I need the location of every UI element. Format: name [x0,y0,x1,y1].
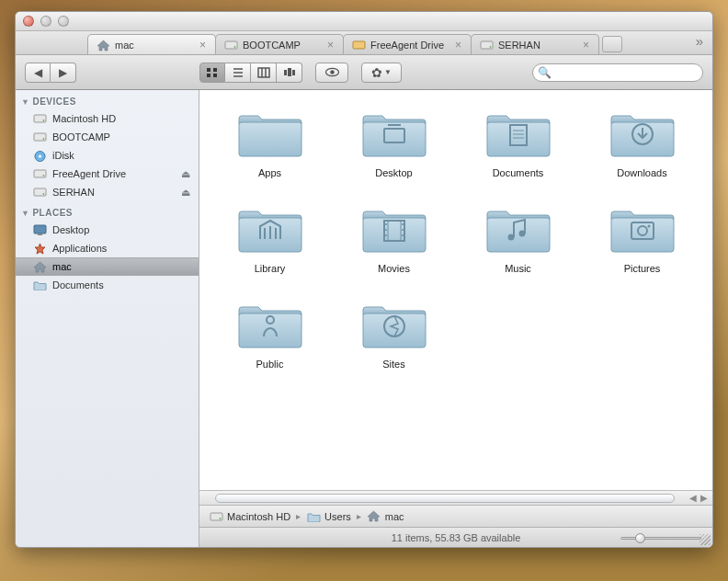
folder-label: Sites [382,359,404,370]
sidebar-item-desktop[interactable]: Desktop [16,221,199,239]
search-field-wrap: 🔍 [532,63,703,82]
sidebar-item-label: mac [52,261,72,272]
tab-close-button[interactable]: × [325,39,336,51]
sidebar-item-documents[interactable]: Documents [16,276,199,294]
eject-icon[interactable]: ⏏ [181,168,190,180]
view-switcher [199,63,302,83]
path-segment-users[interactable]: Users [306,510,351,523]
folder-public[interactable]: Public [212,298,327,370]
tab-close-button[interactable]: × [453,39,463,51]
list-view-button[interactable] [225,63,251,83]
sidebar-item-idisk[interactable]: iDisk [16,146,199,165]
resize-grip[interactable] [700,534,711,545]
sidebar-item-serhan[interactable]: SERHAN⏏ [16,183,199,201]
close-button[interactable] [23,16,34,27]
folder-music[interactable]: Music [461,202,575,274]
disclosure-triangle-icon: ▼ [21,97,29,107]
column-view-button[interactable] [251,63,277,83]
coverflow-view-button[interactable] [277,63,302,83]
horizontal-scrollbar[interactable]: ◀ ▶ [199,490,712,505]
svg-point-57 [402,223,404,225]
folder-sites[interactable]: Sites [336,298,451,370]
sidebar-item-label: Desktop [52,224,89,235]
svg-point-58 [402,229,404,231]
tab-close-button[interactable]: × [581,39,591,51]
scroll-left-arrow[interactable]: ◀ [688,493,699,504]
folder-apps[interactable]: Apps [212,107,327,178]
svg-rect-21 [34,115,46,122]
titlebar[interactable] [16,12,712,31]
icon-size-slider[interactable] [620,532,701,543]
folder-icon [32,279,47,291]
svg-rect-60 [487,218,550,252]
sidebar-section-devices[interactable]: ▼DEVICES [16,90,199,109]
hd-icon [32,112,47,125]
tab-label: FreeAgent Drive [370,40,444,51]
svg-point-61 [507,234,514,241]
svg-rect-50 [363,218,426,252]
tab-mac[interactable]: mac× [87,34,216,54]
tab-label: SERHAN [498,40,540,51]
new-tab-button[interactable] [602,36,622,52]
folder-documents[interactable]: Documents [461,107,575,178]
svg-point-72 [219,518,221,519]
quicklook-button[interactable] [315,63,348,83]
tabs-menu-button[interactable]: » [692,35,707,50]
folder-pictures[interactable]: Pictures [585,202,700,274]
icon-view-button[interactable] [199,63,225,83]
folder-label: Music [505,263,531,274]
svg-rect-32 [38,234,42,235]
folder-library[interactable]: Library [212,202,327,274]
back-button[interactable]: ◀ [25,63,51,83]
path-segment-mac[interactable]: mac [367,510,404,523]
svg-point-24 [42,138,44,140]
folder-icon [609,202,677,257]
folder-icon [484,107,552,162]
tab-freeagent-drive[interactable]: FreeAgent Drive× [343,34,472,54]
path-segment-macintosh-hd[interactable]: Macintosh HD [209,510,290,523]
sidebar-item-label: FreeAgent Drive [52,168,126,179]
tab-serhan[interactable]: SERHAN× [471,34,599,54]
sidebar-item-freeagent-drive[interactable]: FreeAgent Drive⏏ [16,165,199,183]
apps-icon [32,242,47,255]
tab-label: BOOTCAMP [243,40,301,51]
folder-desktop[interactable]: Desktop [336,107,451,178]
toolbar: ◀ ▶ ✿ ▼ 🔍 [16,55,712,90]
folder-icon [484,202,552,257]
folder-icon [236,107,304,162]
folder-downloads[interactable]: Downloads [585,107,700,178]
svg-point-5 [490,46,492,48]
tab-close-button[interactable]: × [198,39,208,51]
folder-movies[interactable]: Movies [336,202,451,274]
eject-icon[interactable]: ⏏ [181,187,190,199]
slider-knob[interactable] [635,533,645,543]
minimize-button[interactable] [40,16,51,27]
scroll-right-arrow[interactable]: ▶ [699,493,710,504]
tab-bootcamp[interactable]: BOOTCAMP× [215,34,344,54]
folder-icon [236,298,304,353]
icon-view[interactable]: AppsDesktopDocumentsDownloadsLibraryMovi… [199,90,712,490]
svg-rect-71 [210,513,222,520]
sidebar-section-places[interactable]: ▼PLACES [16,201,199,221]
sidebar-item-bootcamp[interactable]: BOOTCAMP [16,128,199,146]
folder-icon [609,107,677,162]
sidebar-item-mac[interactable]: mac [16,257,199,276]
path-label: Macintosh HD [227,511,290,522]
svg-rect-7 [213,68,217,72]
zoom-button[interactable] [58,16,69,27]
forward-button[interactable]: ▶ [51,63,76,83]
sidebar-section-title: DEVICES [32,97,75,107]
action-menu-button[interactable]: ✿ ▼ [361,63,402,83]
path-label: Users [324,511,351,522]
search-input[interactable] [532,63,703,82]
hd-icon [32,131,47,143]
scrollbar-thumb[interactable] [215,494,675,503]
sidebar-item-macintosh-hd[interactable]: Macintosh HD [16,109,199,128]
svg-rect-16 [284,70,287,75]
svg-rect-39 [487,122,550,156]
svg-point-62 [518,231,525,237]
folder-label: Desktop [375,167,412,178]
sidebar-item-label: Documents [52,279,104,290]
svg-rect-44 [611,122,674,156]
sidebar-item-applications[interactable]: Applications [16,239,199,257]
